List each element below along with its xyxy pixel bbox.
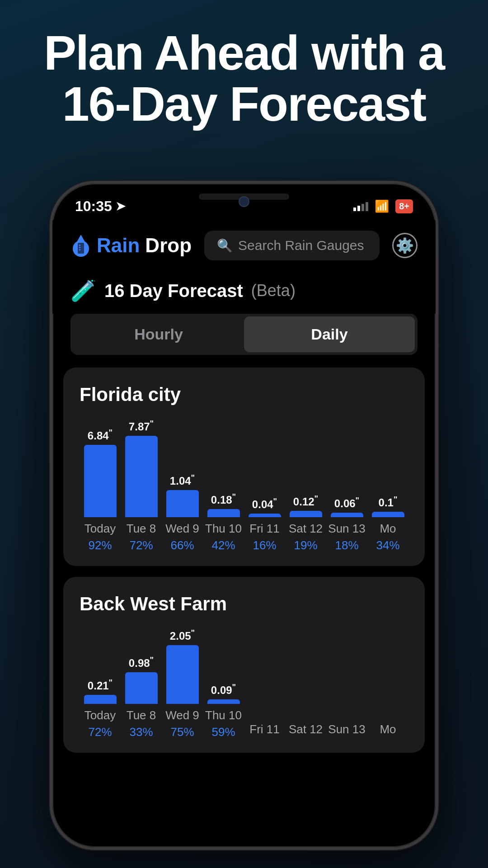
bar-amount-label: 2.05" xyxy=(170,628,195,642)
bar-day-label: Thu 10 xyxy=(205,708,242,722)
bar-percentage: 16% xyxy=(253,538,276,552)
bar-percentage: 34% xyxy=(376,538,399,552)
section-title-text: 16 Day Forecast xyxy=(104,281,243,301)
svg-rect-2 xyxy=(78,243,84,254)
bar-day: 0.04"Fri 1116% xyxy=(244,497,285,552)
app-header: RainDrop 🔍 Search Rain Gauges ⚙️ xyxy=(52,220,436,271)
bar-visual xyxy=(290,511,322,517)
hero-heading: Plan Ahead with a 16-Day Forecast xyxy=(0,27,488,130)
svg-rect-5 xyxy=(79,249,80,250)
bar-day: Mo xyxy=(367,715,408,739)
gear-icon: ⚙️ xyxy=(396,237,414,254)
bar-amount-label: 0.06" xyxy=(334,496,359,510)
bar-percentage: 59% xyxy=(211,725,235,739)
logo-drop: Drop xyxy=(145,234,192,257)
bar-day-label: Fri 11 xyxy=(249,522,279,536)
search-bar[interactable]: 🔍 Search Rain Gauges xyxy=(204,231,380,260)
phone-frame: 10:35 ➤ 📶 8+ xyxy=(50,181,438,850)
svg-rect-3 xyxy=(79,245,80,246)
bar-day: 1.04"Wed 966% xyxy=(162,473,203,552)
bar-chart-backwest: 0.21"Today72%0.98"Tue 833%2.05"Wed 975%0… xyxy=(80,628,408,739)
bar-amount-label: 0.09" xyxy=(211,683,236,697)
bar-percentage: 72% xyxy=(129,538,153,552)
bar-amount-label: 6.84" xyxy=(88,428,113,442)
bar-day: 0.1"Mo34% xyxy=(367,495,408,552)
bar-percentage: 75% xyxy=(170,725,194,739)
location-name-florida: Florida city xyxy=(80,384,408,406)
phone-camera xyxy=(239,196,249,207)
bar-day-label: Sun 13 xyxy=(328,522,365,536)
bar-day-label: Sun 13 xyxy=(328,722,365,736)
bar-day: 7.87"Tue 872% xyxy=(121,419,162,552)
bar-amount-label: 0.1" xyxy=(379,495,398,509)
view-toggle: Hourly Daily xyxy=(70,314,418,355)
bar-day: 6.84"Today92% xyxy=(80,428,121,552)
bar-amount-label: 7.87" xyxy=(129,419,154,433)
section-title-bar: 🧪 16 Day Forecast (Beta) xyxy=(52,271,436,314)
forecast-card-back-west-farm: Back West Farm 0.21"Today72%0.98"Tue 833… xyxy=(63,577,425,753)
bar-day: 2.05"Wed 975% xyxy=(162,628,203,739)
bar-day-label: Wed 9 xyxy=(165,708,199,722)
battery-icon: 8+ xyxy=(395,199,413,213)
tab-daily[interactable]: Daily xyxy=(244,316,415,352)
bar-day-label: Today xyxy=(84,522,116,536)
signal-icon xyxy=(353,201,368,211)
bar-visual xyxy=(84,695,117,704)
app-logo: RainDrop xyxy=(70,233,192,258)
bar-day-label: Fri 11 xyxy=(249,722,279,736)
bar-visual xyxy=(372,512,404,517)
bar-day: Fri 11 xyxy=(244,715,285,739)
bar-day: 0.06"Sun 1318% xyxy=(326,496,367,552)
location-name-backwest: Back West Farm xyxy=(80,593,408,615)
status-time: 10:35 ➤ xyxy=(75,198,126,215)
bar-day: 0.21"Today72% xyxy=(80,678,121,739)
app-content: RainDrop 🔍 Search Rain Gauges ⚙️ 🧪 16 Da… xyxy=(52,220,436,847)
svg-rect-4 xyxy=(79,247,80,248)
bar-visual xyxy=(125,436,158,517)
bar-percentage: 33% xyxy=(129,725,153,739)
bar-day: Sat 12 xyxy=(285,715,326,739)
bar-visual xyxy=(207,699,240,704)
bar-percentage: 19% xyxy=(294,538,317,552)
bar-percentage: 92% xyxy=(88,538,112,552)
bar-chart-florida: 6.84"Today92%7.87"Tue 872%1.04"Wed 966%0… xyxy=(80,419,408,552)
bar-percentage: 72% xyxy=(88,725,112,739)
bar-amount-label: 1.04" xyxy=(170,473,195,487)
bar-day-label: Mo xyxy=(380,522,396,536)
clock-display: 10:35 xyxy=(75,198,112,215)
search-icon: 🔍 xyxy=(217,238,233,253)
bar-day-label: Tue 8 xyxy=(127,708,156,722)
bar-percentage: 42% xyxy=(211,538,235,552)
search-placeholder: Search Rain Gauges xyxy=(238,238,364,253)
thermometer-icon: 🧪 xyxy=(70,278,96,303)
bar-day-label: Mo xyxy=(380,722,396,736)
bar-amount-label: 0.04" xyxy=(252,497,277,511)
bar-percentage: 66% xyxy=(170,538,194,552)
bar-visual xyxy=(125,672,158,704)
bar-amount-label: 0.12" xyxy=(293,494,318,508)
tab-hourly[interactable]: Hourly xyxy=(73,316,244,352)
bar-day: 0.12"Sat 1219% xyxy=(285,494,326,552)
bar-visual xyxy=(331,513,363,517)
forecast-cards-container: Florida city 6.84"Today92%7.87"Tue 872%1… xyxy=(52,368,436,753)
bar-visual xyxy=(207,509,240,517)
section-beta-label: (Beta) xyxy=(251,281,296,300)
logo-rain: Rain xyxy=(97,234,140,257)
bar-visual xyxy=(166,645,199,704)
hero-line1: Plan Ahead with a xyxy=(9,27,479,78)
bar-amount-label: 0.98" xyxy=(129,656,154,670)
bar-day-label: Thu 10 xyxy=(205,522,242,536)
bar-day: 0.98"Tue 833% xyxy=(121,656,162,739)
raindrop-logo-icon xyxy=(70,233,91,258)
bar-visual xyxy=(166,490,199,517)
bar-day-label: Today xyxy=(84,708,116,722)
wifi-icon: 📶 xyxy=(375,199,389,213)
settings-button[interactable]: ⚙️ xyxy=(392,233,418,258)
bar-day: Sun 13 xyxy=(326,715,367,739)
bar-day-label: Sat 12 xyxy=(289,522,323,536)
status-icons: 📶 8+ xyxy=(353,199,413,213)
forecast-card-florida-city: Florida city 6.84"Today92%7.87"Tue 872%1… xyxy=(63,368,425,566)
bar-day: 0.18"Thu 1042% xyxy=(203,492,244,552)
bar-day: 0.09"Thu 1059% xyxy=(203,683,244,739)
bar-day-label: Sat 12 xyxy=(289,722,323,736)
